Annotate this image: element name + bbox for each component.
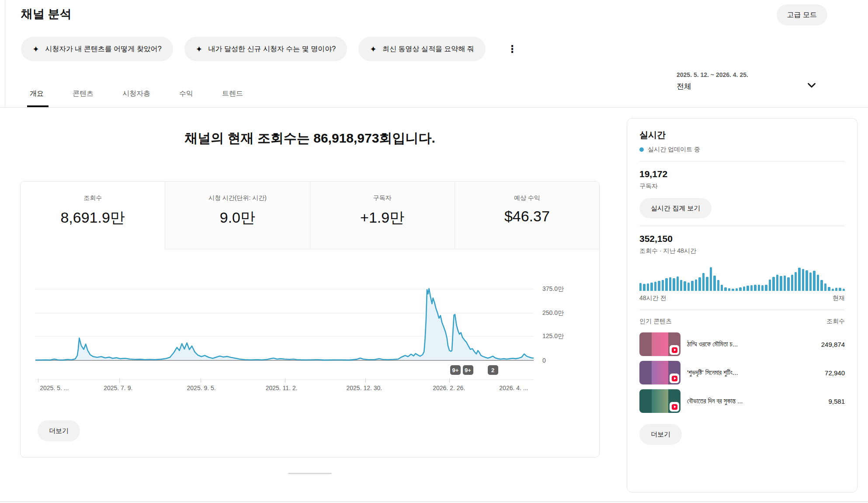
y-axis-tick-label: 0 [542,357,546,364]
x-axis-tick [449,378,450,383]
realtime-48h-views-label: 조회수 · 지난 48시간 [639,247,845,255]
see-live-count-button[interactable]: 실시간 집계 보기 [639,198,712,218]
advanced-mode-button[interactable]: 고급 모드 [777,4,827,25]
tab-overview[interactable]: 개요 [21,81,58,107]
x-axis-tick-label: 2025. 7. 9. [104,384,132,391]
hour-bar [643,284,645,291]
popular-content-row[interactable]: ঠাম্মি ওরফে মৌমিতা চ... 249,874 [639,332,845,356]
chevron-down-icon[interactable] [805,79,818,92]
shorts-badge-icon [670,402,679,412]
metric-label: 예상 수익 [455,194,599,202]
chip-how-viewers-found[interactable]: ✦ 시청자가 내 콘텐츠를 어떻게 찾았어? [21,37,173,61]
hour-bar [750,285,753,291]
hour-bar [813,271,815,291]
more-options-kebab-icon[interactable]: ⋮ [503,42,522,57]
metric-tab-subscribers[interactable]: 구독자 +1.9만 [310,182,455,249]
hour-bar [713,276,715,291]
tab-audience[interactable]: 시청자층 [108,81,165,107]
realtime-card: 실시간 실시간 업데이트 중 19,172 구독자 실시간 집계 보기 352,… [627,118,858,493]
hour-bar [835,288,837,291]
tab-trends[interactable]: 트렌드 [208,81,257,107]
metric-tab-revenue[interactable]: 예상 수익 $46.37 [455,182,599,249]
hour-bar [772,277,774,291]
x-axis-tick-label: 2026. 2. 26. [433,384,465,391]
hour-bar [746,286,749,291]
metric-value: +1.9만 [310,208,455,228]
hour-bar [717,280,719,291]
metric-tab-views[interactable]: 조회수 8,691.9만 [21,182,165,249]
content-left-edge [5,0,5,108]
analytics-tabs: 개요 콘텐츠 시청자층 수익 트렌드 [21,81,257,107]
x-axis-tick [201,378,201,383]
see-more-button[interactable]: 더보기 [38,420,80,441]
x-axis-tick-label: 2025. 9. 5. [187,384,216,391]
live-status-text: 실시간 업데이트 중 [648,146,700,154]
metric-tab-watch-time[interactable]: 시청 시간(단위: 시간) 9.0만 [165,182,310,249]
y-axis-tick-label: 250.0만 [542,309,564,317]
realtime-see-more-button[interactable]: 더보기 [639,424,682,445]
hour-bar [739,287,741,291]
metric-label: 시청 시간(단위: 시간) [165,194,309,202]
bars-axis-left-label: 48시간 전 [639,294,666,302]
tab-revenue[interactable]: 수익 [165,81,208,107]
popular-content-row[interactable]: বৌভাতের দিন বর সুকান্ত ... 9,581 [639,389,845,413]
video-thumbnail [639,332,681,356]
metric-value: 9.0만 [165,208,309,228]
hour-bar [654,282,656,291]
bottom-divider [0,501,868,502]
video-count-badge[interactable]: 9+ [450,365,461,375]
divider [639,161,845,161]
hour-bar [758,285,760,291]
hour-bar [798,268,800,291]
headline-current-views: 채널의 현재 조회수는 86,918,973회입니다. [20,129,600,147]
metric-value: $46.37 [455,208,599,225]
hour-bar [695,279,697,291]
hour-bar [806,270,808,291]
hour-bar [820,280,823,291]
hour-bar [658,281,660,291]
chip-label: 최신 동영상 실적을 요약해 줘 [382,45,474,54]
hour-bar [817,275,819,291]
hour-bar [839,288,841,291]
realtime-48h-views-value: 352,150 [639,234,845,244]
hour-bar [669,277,671,291]
hour-bar [721,285,723,291]
views-area-chart [35,263,534,381]
x-axis-tick-label: 2026. 4. ... [499,384,528,391]
hour-bar [809,272,812,291]
video-thumbnail [639,361,681,384]
hour-bar [665,278,667,291]
video-thumbnail [639,389,681,413]
video-count-badge[interactable]: 9+ [463,365,473,375]
hour-bar [802,269,804,291]
shorts-badge-icon [670,374,679,383]
chip-label: 내가 달성한 신규 시청자 수는 몇 명이야? [208,45,336,54]
views-column-header: 조회수 [826,318,845,325]
chip-latest-video-summary[interactable]: ✦ 최신 동영상 실적을 요약해 줘 [358,37,486,61]
metric-label: 조회수 [21,194,165,202]
hour-bar [787,277,789,291]
hour-bar [702,273,705,291]
hour-bar [824,283,826,291]
divider [639,226,845,226]
hour-bar [780,276,782,291]
popular-content-row[interactable]: 'শুভদৃষ্টি' সিনেমার শুটিং... 72,940 [639,361,845,384]
tab-content[interactable]: 콘텐츠 [58,81,108,107]
popular-content-header: 인기 콘텐츠 [639,318,672,325]
x-axis-tick [38,378,38,383]
chip-new-viewers-count[interactable]: ✦ 내가 달성한 신규 시청자 수는 몇 명이야? [184,37,347,61]
video-count-badge[interactable]: 2 [488,365,498,375]
hour-bar [843,289,845,291]
x-axis-tick-label: 2025. 11. 2. [266,384,298,391]
video-title: 'শুভদৃষ্টি' সিনেমার শুটিং... [687,369,810,377]
hour-bar [680,280,682,291]
hour-bar [769,279,771,291]
chip-label: 시청자가 내 콘텐츠를 어떻게 찾았어? [45,45,162,54]
hour-bar [706,277,708,291]
shorts-badge-icon [670,345,679,355]
hour-bar [684,281,686,291]
x-axis-tick [119,378,120,383]
hour-bar [736,288,738,291]
bars-axis-right-label: 현재 [833,294,845,302]
realtime-title: 실시간 [639,129,845,141]
